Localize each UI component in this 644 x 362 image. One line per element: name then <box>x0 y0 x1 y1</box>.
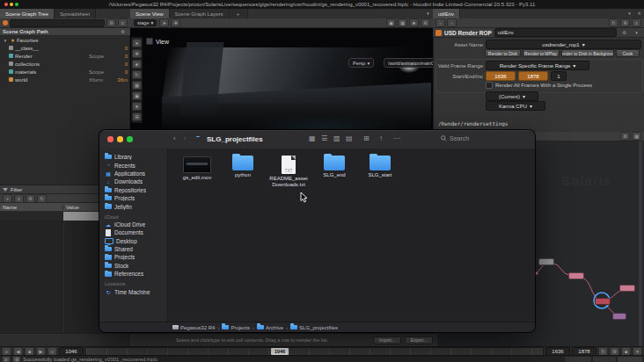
header-gear-icon[interactable]: ⚙ <box>118 27 128 36</box>
forward-icon[interactable]: › <box>184 135 187 142</box>
move-tool-icon[interactable]: ✥ <box>171 18 180 27</box>
pane-menu-icon[interactable]: ▾ <box>625 9 634 18</box>
status-gear-icon[interactable]: ⚙ <box>12 356 21 362</box>
tab-scene-view[interactable]: Scene View <box>130 9 170 18</box>
column-header-name[interactable]: Name <box>0 205 63 210</box>
range-end-field[interactable]: 1878 <box>572 347 596 356</box>
grid-toggle-icon[interactable]: ▦ <box>398 18 407 27</box>
playback-options-icon[interactable]: ⚙ <box>610 347 619 356</box>
back-icon[interactable]: ‹ <box>173 135 176 142</box>
import-button[interactable]: Import... <box>373 337 401 344</box>
tree-row-class[interactable]: __class__ 0 <box>0 44 129 52</box>
filter-add-icon[interactable]: + <box>3 194 12 203</box>
rotate-tool-icon[interactable]: ↻ <box>132 70 142 79</box>
sidebar-item-references[interactable]: References <box>99 270 167 278</box>
add-tab-button[interactable]: + <box>230 9 248 18</box>
render-to-mplay-button[interactable]: Render to MPlay <box>523 49 560 57</box>
back-nav-icon[interactable]: ‹ <box>435 18 445 27</box>
search-field[interactable]: Search <box>441 135 469 141</box>
pane-menu-icon[interactable]: ▾ <box>423 9 433 18</box>
snap-icon[interactable]: ◈ <box>409 18 419 27</box>
network-grid-icon[interactable]: ▦ <box>632 132 641 141</box>
camera-icon[interactable]: ▣ <box>386 18 396 27</box>
window-controls[interactable] <box>4 3 18 6</box>
handles-tool-icon[interactable]: ✥ <box>132 49 142 58</box>
sidebar-item-recents[interactable]: ◔Recents <box>99 161 167 169</box>
asset-name-dropdown[interactable]: usdrender_rop1 ▾ <box>486 40 641 49</box>
column-view-icon[interactable]: ▥ <box>333 135 340 142</box>
end-frame-field[interactable]: 1878 <box>518 71 548 81</box>
rop-gear-icon[interactable]: ⚙ <box>619 28 629 37</box>
param-menu-icon[interactable]: ≡ <box>632 18 641 27</box>
prev-frame-icon[interactable]: ◀ <box>13 347 23 356</box>
loop-mode-icon[interactable]: ↻ <box>598 347 608 356</box>
cook-button[interactable]: Cook <box>616 49 640 57</box>
tab-utilenv[interactable]: utilEnv <box>433 9 460 18</box>
render-background-button[interactable]: Render to Disk in Background <box>561 49 614 57</box>
finder-zoom-icon[interactable] <box>127 136 133 142</box>
path-item-volume[interactable]: Pegasus32 R4 <box>172 325 215 330</box>
render-to-disk-button[interactable]: Render to Disk <box>485 49 521 57</box>
more-actions-icon[interactable]: ⋯ <box>393 135 400 142</box>
path-item-current-folder[interactable]: SLG_projectfiles <box>290 325 338 330</box>
projection-selector[interactable]: Persp ▾ <box>348 58 374 68</box>
translate-tool-icon[interactable]: ◈ <box>132 60 142 69</box>
sidebar-item-applications[interactable]: ▦Applications <box>99 170 167 177</box>
update-mode-toggle[interactable] <box>618 357 642 362</box>
list-view-icon[interactable]: ☰ <box>321 135 327 142</box>
network-node[interactable] <box>568 272 584 279</box>
tree-row-world[interactable]: world Xform 36m <box>0 76 129 83</box>
tab-scene-graph-tree[interactable]: Scene Graph Tree <box>0 9 55 18</box>
disclosure-icon[interactable]: ▾ <box>2 36 9 45</box>
playhead-marker[interactable]: 1046 <box>271 348 289 355</box>
zoom-window-icon[interactable] <box>15 3 18 6</box>
forward-nav-icon[interactable]: › <box>447 18 457 27</box>
group-by-icon[interactable]: ⊞ <box>363 135 370 142</box>
sidebar-item-time-machine[interactable]: ↻Time Machine <box>99 287 167 295</box>
sidebar-item-projects[interactable]: Projects <box>99 194 167 202</box>
select-tool-icon[interactable]: ➤ <box>159 18 169 27</box>
export-button[interactable]: Export... <box>405 337 433 344</box>
file-slg-end[interactable]: SLG_end <box>314 156 355 178</box>
network-node[interactable] <box>619 285 635 292</box>
node-name-field[interactable]: utilEnv <box>494 28 617 37</box>
tab-spreadsheet[interactable]: Spreadsheet <box>55 9 96 18</box>
increment-field[interactable]: 1 <box>551 71 567 81</box>
stage-selector[interactable]: stage ▾ <box>133 18 157 27</box>
renderer-dropdown[interactable]: Karma CPU ▾ <box>486 101 545 111</box>
finder-content[interactable]: gs_edit.mov python TXT README_assetDownl… <box>168 148 535 322</box>
camera-selector[interactable]: /world/animation/mainCam <box>384 58 433 68</box>
display-options-icon[interactable]: ⚙ <box>421 18 430 27</box>
stop-icon[interactable]: ■ <box>25 347 34 356</box>
sidebar-item-downloads[interactable]: ↓Downloads <box>99 177 167 185</box>
tree-row-favorites[interactable]: ▾ ★ Favorites <box>0 36 129 44</box>
camera-dropdown[interactable]: (Current) ▾ <box>486 91 538 101</box>
filter-menu-icon[interactable]: ≡ <box>14 194 24 203</box>
sidebar-item-library[interactable]: Library <box>99 153 167 161</box>
file-readme-txt[interactable]: TXT README_assetDownloads.txt <box>268 156 309 188</box>
tree-collapse-icon[interactable]: ≡ <box>118 18 128 27</box>
tree-options-icon[interactable]: ⚙ <box>106 18 116 27</box>
lights-tool-icon[interactable]: ★ <box>132 102 142 111</box>
filter-gear-icon[interactable]: ⚙ <box>26 194 35 203</box>
sidebar-item-stock[interactable]: Stock <box>99 262 167 270</box>
rop-menu-icon[interactable]: ▾ <box>632 28 641 37</box>
network-scrollbar[interactable] <box>639 141 642 346</box>
misc-tool-icon[interactable]: ⊞ <box>132 112 142 121</box>
view-tool-icon[interactable]: ➤ <box>132 39 142 47</box>
tab-scene-graph-layers[interactable]: Scene Graph Layers <box>170 9 230 18</box>
scale-tool-icon[interactable]: ▦ <box>132 81 142 90</box>
valid-frame-range-dropdown[interactable]: Render Specific Frame Range ▾ <box>486 61 589 70</box>
current-frame-field[interactable]: 1046 <box>59 347 84 356</box>
sidebar-item-icloud-drive[interactable]: ☁iCloud Drive <box>99 221 167 228</box>
pane-close-icon[interactable]: ✕ <box>634 9 644 18</box>
finder-window[interactable]: ‹ › SLG_projectfiles ▦ ☰ ▥ ▤ ⊞ ↑ ⋯ Searc… <box>99 130 535 332</box>
network-node[interactable] <box>612 313 626 320</box>
sidebar-item-shared[interactable]: Shared <box>99 245 167 253</box>
sidebar-item-jellyfin[interactable]: Jellyfin <box>99 202 167 210</box>
timeline-track[interactable]: 1046 <box>85 347 544 356</box>
range-start-field[interactable]: 1636 <box>545 347 570 356</box>
tree-row-materials[interactable]: materials Scope 0 <box>0 68 129 76</box>
gallery-view-icon[interactable]: ▤ <box>346 135 353 142</box>
close-window-icon[interactable] <box>4 3 8 6</box>
